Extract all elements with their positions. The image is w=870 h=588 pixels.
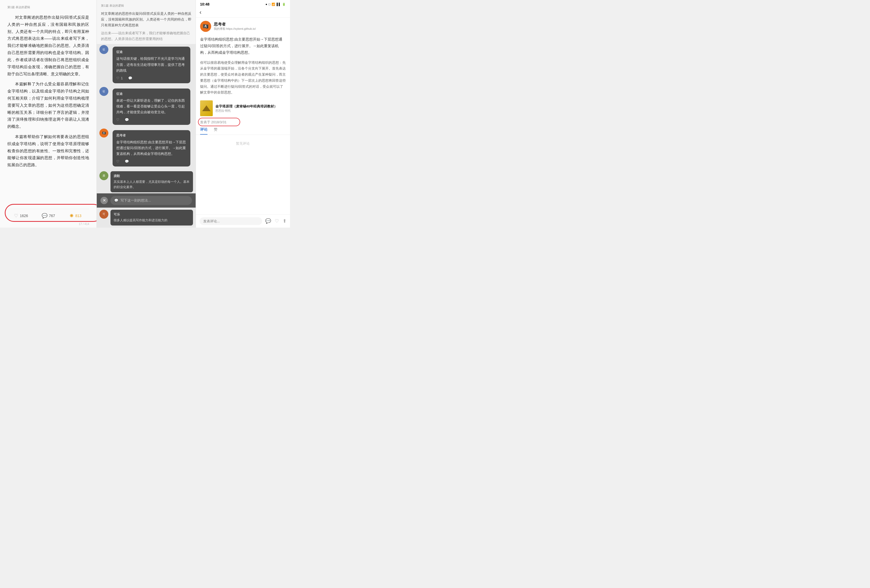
tab-likes[interactable]: 赞 <box>214 127 218 135</box>
bottom-comment-2-bubble[interactable]: 可乐 很多人难以提高写作能力和进活能力的 <box>110 210 193 226</box>
comment-author-1: 征途 <box>116 50 186 54</box>
right-panel: 10:48 ● □ 📶 ▌▌ 🔋 ‹ 🏴‍☠️ 思考者 我的博客:https:/… <box>196 0 290 228</box>
right-main-text: 金字塔结构组织思想:由主要思想开始→下层思想通过疑问/回答的方式，进行展开。→如… <box>200 37 282 55</box>
heart-icon-1: ♡ <box>116 76 119 80</box>
bottom-comment-author: 龚毅 <box>114 174 189 178</box>
avatar-3: 🏴‍☠️ <box>99 129 108 138</box>
avatar-2: 征 <box>99 87 108 96</box>
middle-panel: 第1篇 表达的逻辑 对文章阐述的思想作出疑问/回答式反应是人类的一种自然反应，没… <box>97 0 195 228</box>
comments-count: 767 <box>49 214 55 218</box>
action-icons: 💬 ♡ ⬆ <box>265 218 287 224</box>
footer-bar: ♡ 1626 💬 767 ✺ 813 <box>7 209 89 222</box>
status-time: 10:48 <box>200 2 210 6</box>
bottom-comment-section: 龚 龚毅 其实基本上人人都需要，尤其是职场的每一个人。基本的职业化素养。 <box>97 169 195 193</box>
bottom-comment-2-section: 可 可乐 很多人难以提高写作能力和进活能力的 <box>97 208 195 228</box>
comment-card-2[interactable]: 征途 表述一些让大家听进去，理解了，记住的东西很难，看一看是否能够让受众心头一震… <box>113 89 190 125</box>
left-content: 对文章阐述的思想作出疑问/回答式反应是人类的一种自然反应，没有国籍和民族的区别。… <box>7 14 89 209</box>
tab-comments[interactable]: 评论 <box>200 127 207 135</box>
reply-icon-1: 💬 <box>128 76 133 80</box>
right-sub-text: 你可以很容易地使受众理解用金字塔结构组织的思想：先从金字塔的最顶端开始，沿各个分… <box>200 61 286 95</box>
like-action-3[interactable]: ♡ <box>116 159 119 163</box>
comment-text-1: 这句话很关键，给我指明了不光只是学习沟通方面，还有在生活处理琐事方面，提供了思考… <box>116 56 186 73</box>
shares-count: 813 <box>75 214 81 218</box>
paragraph-2: 本篇解释了为什么受众最容易理解和记住金字塔结构，以及组成金字塔的子结构之间如何互… <box>7 81 89 130</box>
battery-full-icon: 🔋 <box>282 3 286 6</box>
close-button[interactable]: ✕ <box>100 197 108 204</box>
comment-input-area[interactable]: 💬 写下这一刻的想法... <box>110 196 192 205</box>
bottom-comment-2-text: 很多人难以提高写作能力和进活能力的 <box>114 218 189 223</box>
right-main-content: 金字塔结构组织思想:由主要思想开始→下层思想通过疑问/回答的方式，进行展开。→如… <box>196 34 290 58</box>
comment-author-2: 征途 <box>116 92 186 96</box>
comment-actions-2: ♡ 💬 <box>116 118 186 122</box>
book-section[interactable]: 金字塔原理（麦肯锡40年经典培训教材） 芭芭拉·明托 <box>196 98 290 118</box>
like-count-1: 1 <box>121 76 122 80</box>
comment-input-bar: 💬 ♡ ⬆ <box>196 214 290 228</box>
author-avatar: 🏴‍☠️ <box>200 21 211 32</box>
comment-list: 征 征途 这句话很关键，给我指明了不光只是学习沟通方面，还有在生活处理琐事方面，… <box>97 44 195 227</box>
author-name: 思考者 <box>214 22 256 27</box>
battery-icon: □ <box>269 3 271 6</box>
paragraph-3: 本篇将帮助你了解如何将要表达的思想组织成金字塔结构，说明了使用金字塔原理能够检查… <box>7 133 89 169</box>
comment-card-1[interactable]: 征途 这句话很关键，给我指明了不光只是学习沟通方面，还有在生活处理琐事方面，提供… <box>113 47 190 83</box>
comment-text-3: 金字塔结构组织思想:由主要思想开始→下层思想通过疑问/回答的方式，进行展开。→如… <box>116 140 186 157</box>
book-cover <box>200 100 213 116</box>
comment-actions-1: ♡ 1 💬 <box>116 76 186 80</box>
signal-icon: ▌▌ <box>277 3 281 6</box>
like-action-1[interactable]: ♡ 1 <box>116 76 122 80</box>
share-icon: ✺ <box>70 213 73 219</box>
shares-section[interactable]: ✺ 813 <box>62 213 89 219</box>
reply-action-2[interactable]: 💬 <box>125 118 129 122</box>
heart-icon: ♡ <box>14 213 18 219</box>
middle-original-text-1: 对文章阐述的思想作出疑问/回答式反应是人类的一种自然反应，没有国籍和民族的区别。… <box>97 7 195 30</box>
like-action-2[interactable]: ♡ <box>116 118 119 122</box>
left-panel: 第1篇 表达的逻辑 对文章阐述的思想作出疑问/回答式反应是人类的一种自然反应，没… <box>0 0 97 228</box>
reply-action-1[interactable]: 💬 <box>128 76 133 80</box>
top-nav: ‹ <box>196 7 290 18</box>
comment-item-1: 征 征途 这句话很关键，给我指明了不光只是学习沟通方面，还有在生活处理琐事方面，… <box>97 44 195 86</box>
reply-icon-2: 💬 <box>125 118 129 122</box>
status-bar: 10:48 ● □ 📶 ▌▌ 🔋 <box>196 0 290 7</box>
notification-icon: ● <box>265 3 267 6</box>
heart-icon-2: ♡ <box>116 118 119 122</box>
pyramid-icon <box>202 105 211 111</box>
comment-author-3: 思考者 <box>116 133 186 138</box>
comment-item-2: 征 征途 表述一些让大家听进去，理解了，记住的东西很难，看一看是否能够让受众心头… <box>97 86 195 128</box>
comment-input[interactable] <box>200 217 262 225</box>
comments-section[interactable]: 💬 767 <box>34 213 62 219</box>
share-action-icon[interactable]: ⬆ <box>283 218 287 224</box>
bottom-comment-2-author: 可乐 <box>114 212 189 217</box>
book-subtitle: 芭芭拉·明托 <box>215 109 277 113</box>
comment-card-3[interactable]: 思考者 金字塔结构组织思想:由主要思想开始→下层思想通过疑问/回答的方式，进行展… <box>113 130 190 166</box>
middle-input-bar: ✕ 💬 写下这一刻的想法... <box>97 193 195 208</box>
comment-actions-3: ♡ 💬 <box>116 159 186 163</box>
book-title: 金字塔原理（麦肯锡40年经典培训教材） <box>215 104 277 109</box>
bottom-comment-bubble[interactable]: 龚毅 其实基本上人人都需要，尤其是职场的每一个人。基本的职业化素养。 <box>110 171 193 192</box>
paragraph-1: 对文章阐述的思想作出疑问/回答式反应是人类的一种自然反应，没有国籍和民族的区别。… <box>7 14 89 77</box>
book-info: 金字塔原理（麦肯锡40年经典培训教材） 芭芭拉·明托 <box>215 104 277 113</box>
status-icons: ● □ 📶 ▌▌ 🔋 <box>265 3 286 6</box>
avatar-1: 征 <box>99 45 108 54</box>
reply-action-3[interactable]: 💬 <box>125 159 129 163</box>
author-blog: 我的博客:https://sykent.github.io/ <box>214 27 256 31</box>
reply-icon-3: 💬 <box>125 159 129 163</box>
right-sub-content: 你可以很容易地使受众理解用金字塔结构组织的思想：先从金字塔的最顶端开始，沿各个分… <box>196 58 290 98</box>
input-placeholder: 写下这一刻的想法... <box>121 198 151 203</box>
date-section: 发表于 2018/3/31 <box>196 118 290 126</box>
comment-action-icon[interactable]: 💬 <box>265 218 271 224</box>
likes-section[interactable]: ♡ 1626 <box>7 213 34 219</box>
author-info: 思考者 我的博客:https://sykent.github.io/ <box>214 22 256 31</box>
wifi-icon: 📶 <box>271 3 275 6</box>
content-tabs: 评论 赞 <box>196 126 290 135</box>
heart-icon-3: ♡ <box>116 159 119 163</box>
comment-text-2: 表述一些让大家听进去，理解了，记住的东西很难，看一看是否能够让受众心头一震，引起… <box>116 98 186 115</box>
middle-breadcrumb: 第1篇 表达的逻辑 <box>97 0 195 7</box>
heart-action-icon[interactable]: ♡ <box>275 218 279 224</box>
avatar-kele: 可 <box>99 210 108 219</box>
author-section: 🏴‍☠️ 思考者 我的博客:https://sykent.github.io/ <box>196 18 290 34</box>
no-comment-text: 暂无评论 <box>196 135 290 152</box>
back-button[interactable]: ‹ <box>200 9 201 16</box>
comment-icon: 💬 <box>42 213 48 219</box>
page-number: 17 / 414 <box>7 222 89 228</box>
publish-date: 发表于 2018/3/31 <box>200 120 226 124</box>
chat-icon: 💬 <box>114 198 118 202</box>
